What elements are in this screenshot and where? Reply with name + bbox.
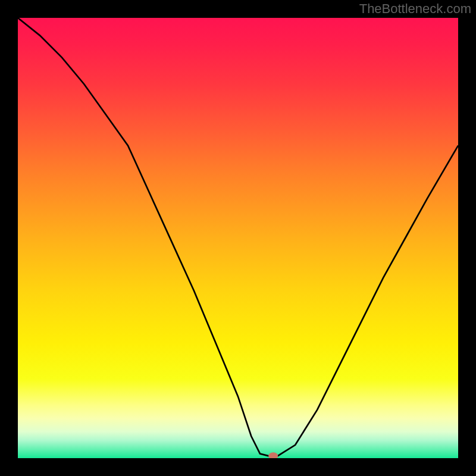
plot-area (18, 18, 458, 458)
chart-container: TheBottleneck.com (0, 0, 476, 476)
bottleneck-curve (18, 18, 458, 456)
watermark-label: TheBottleneck.com (359, 1, 471, 17)
optimal-point-marker (268, 452, 278, 458)
curve-svg (18, 18, 458, 458)
